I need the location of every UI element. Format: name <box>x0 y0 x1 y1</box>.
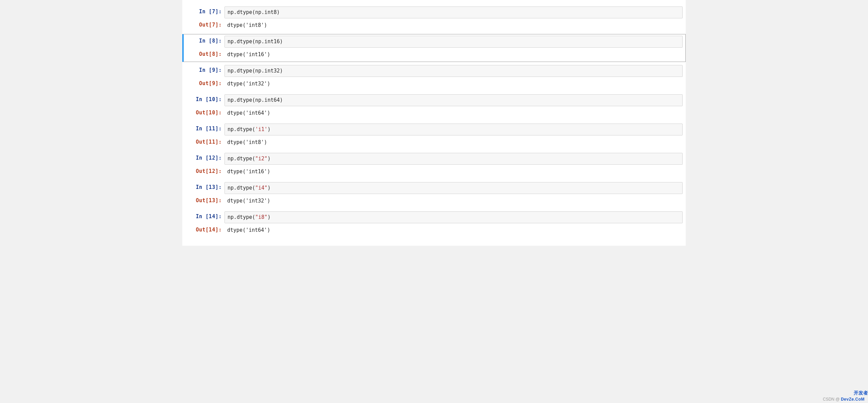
output-row: Out[14]:dtype('int64') <box>184 224 685 237</box>
code-token: np.dtype( <box>228 126 255 132</box>
notebook-cell[interactable]: In [11]:np.dtype('i1')Out[11]:dtype('int… <box>182 122 686 150</box>
in-prompt: In [10]: <box>184 94 224 102</box>
code-token: np.dtype(np.int16) <box>228 38 283 45</box>
out-prompt: Out[12]: <box>184 166 224 174</box>
code-input[interactable]: np.dtype(np.int8) <box>224 6 683 18</box>
cell-output: dtype('int8') <box>224 137 683 148</box>
code-token: ) <box>267 185 270 191</box>
notebook-cell[interactable]: In [7]:np.dtype(np.int8)Out[7]:dtype('in… <box>182 5 686 33</box>
output-row: Out[8]:dtype('int16') <box>184 48 685 61</box>
in-prompt: In [7]: <box>184 6 224 15</box>
code-token: ) <box>267 156 270 162</box>
cell-output: dtype('int64') <box>224 108 683 119</box>
output-row: Out[11]:dtype('int8') <box>184 136 685 149</box>
out-prompt: Out[13]: <box>184 195 224 204</box>
output-row: Out[9]:dtype('int32') <box>184 78 685 90</box>
output-row: Out[10]:dtype('int64') <box>184 107 685 119</box>
output-row: Out[7]:dtype('int8') <box>184 19 685 32</box>
input-row: In [8]:np.dtype(np.int16) <box>184 35 685 48</box>
output-row: Out[12]:dtype('int16') <box>184 165 685 178</box>
code-input[interactable]: np.dtype("i8") <box>224 211 683 223</box>
out-prompt: Out[11]: <box>184 137 224 145</box>
code-input[interactable]: np.dtype(np.int32) <box>224 65 683 77</box>
code-token-string: "i8" <box>255 214 267 220</box>
code-input[interactable]: np.dtype(np.int16) <box>224 36 683 48</box>
notebook-area: In [7]:np.dtype(np.int8)Out[7]:dtype('in… <box>182 0 686 246</box>
notebook-cell[interactable]: In [10]:np.dtype(np.int64)Out[10]:dtype(… <box>182 93 686 120</box>
input-row: In [9]:np.dtype(np.int32) <box>184 64 685 78</box>
code-token-string: 'i1' <box>255 126 267 132</box>
code-token: np.dtype( <box>228 156 255 162</box>
code-token: np.dtype( <box>228 214 255 220</box>
input-row: In [12]:np.dtype("i2") <box>184 152 685 165</box>
out-prompt: Out[14]: <box>184 225 224 233</box>
code-input[interactable]: np.dtype(np.int64) <box>224 94 683 106</box>
cell-output: dtype('int8') <box>224 20 683 31</box>
out-prompt: Out[10]: <box>184 108 224 116</box>
out-prompt: Out[8]: <box>184 49 224 57</box>
in-prompt: In [9]: <box>184 65 224 73</box>
out-prompt: Out[7]: <box>184 20 224 28</box>
cell-output: dtype('int16') <box>224 166 683 177</box>
notebook-cell[interactable]: In [12]:np.dtype("i2")Out[12]:dtype('int… <box>182 151 686 179</box>
input-row: In [7]:np.dtype(np.int8) <box>184 6 685 19</box>
code-token: np.dtype( <box>228 185 255 191</box>
notebook-cell[interactable]: In [13]:np.dtype("i4")Out[13]:dtype('int… <box>182 180 686 208</box>
code-token: np.dtype(np.int32) <box>228 68 283 74</box>
cell-output: dtype('int16') <box>224 49 683 60</box>
notebook-cell[interactable]: In [8]:np.dtype(np.int16)Out[8]:dtype('i… <box>182 34 686 62</box>
input-row: In [14]:np.dtype("i8") <box>184 211 685 224</box>
cell-output: dtype('int32') <box>224 195 683 207</box>
code-token: ) <box>267 126 270 132</box>
cell-output: dtype('int64') <box>224 225 683 236</box>
cell-output: dtype('int32') <box>224 78 683 90</box>
code-token-string: "i4" <box>255 185 267 191</box>
code-token: np.dtype(np.int8) <box>228 9 280 15</box>
code-token: ) <box>267 214 270 220</box>
code-input[interactable]: np.dtype('i1') <box>224 124 683 135</box>
input-row: In [10]:np.dtype(np.int64) <box>184 94 685 107</box>
in-prompt: In [14]: <box>184 211 224 220</box>
input-row: In [11]:np.dtype('i1') <box>184 123 685 136</box>
code-token-string: "i2" <box>255 156 267 162</box>
output-row: Out[13]:dtype('int32') <box>184 195 685 207</box>
notebook-cell[interactable]: In [14]:np.dtype("i8")Out[14]:dtype('int… <box>182 210 686 238</box>
input-row: In [13]:np.dtype("i4") <box>184 181 685 195</box>
in-prompt: In [13]: <box>184 182 224 190</box>
in-prompt: In [8]: <box>184 36 224 44</box>
in-prompt: In [11]: <box>184 124 224 132</box>
in-prompt: In [12]: <box>184 153 224 161</box>
code-token: np.dtype(np.int64) <box>228 97 283 103</box>
code-input[interactable]: np.dtype("i4") <box>224 182 683 194</box>
notebook-cell[interactable]: In [9]:np.dtype(np.int32)Out[9]:dtype('i… <box>182 63 686 91</box>
code-input[interactable]: np.dtype("i2") <box>224 153 683 165</box>
out-prompt: Out[9]: <box>184 78 224 86</box>
